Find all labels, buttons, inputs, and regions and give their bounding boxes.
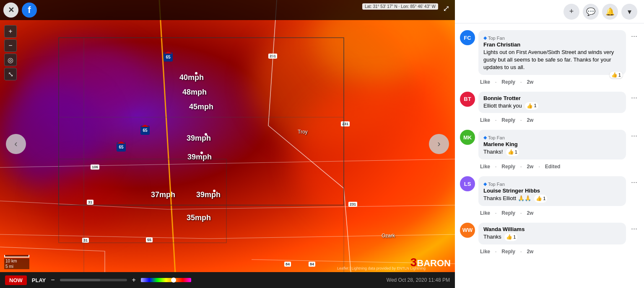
reply-action[interactable]: Reply bbox=[501, 210, 515, 216]
collapse-button[interactable]: ⤡ bbox=[4, 68, 17, 80]
like-action[interactable]: Like bbox=[480, 117, 490, 123]
comment-content: Bonnie Trotter Elliott thank you 👍 1 Lik… bbox=[478, 92, 626, 123]
fb-messenger-button[interactable]: 💬 bbox=[583, 4, 599, 20]
more-button[interactable]: ··· bbox=[629, 178, 639, 187]
like-emoji: 👍 bbox=[536, 195, 542, 202]
top-fan-label: Top Fan bbox=[488, 182, 505, 187]
reply-action[interactable]: Reply bbox=[501, 79, 515, 85]
like-reaction-inline: 👍 1 bbox=[534, 195, 547, 203]
comment-item: FC ◆ Top Fan Fran Christian Lights out o… bbox=[455, 27, 644, 88]
comment-bubble: ◆ Top Fan Louise Stringer Hibbs Thanks E… bbox=[478, 176, 626, 206]
time-action: 2w bbox=[527, 79, 533, 85]
like-emoji: 👍 bbox=[611, 72, 618, 78]
avatar: FC bbox=[460, 30, 475, 45]
like-count: 1 bbox=[618, 72, 621, 77]
fb-notifications-button[interactable]: 🔔 bbox=[602, 4, 618, 20]
map-attribution: Leaflet | Lightning data provided by ENT… bbox=[337, 266, 426, 270]
comment-author[interactable]: Fran Christian bbox=[483, 41, 621, 48]
comment-author[interactable]: Marlene King bbox=[483, 141, 621, 147]
comments-list: FC ◆ Top Fan Fran Christian Lights out o… bbox=[455, 23, 644, 288]
more-button[interactable]: ··· bbox=[629, 32, 639, 41]
comment-bubble: Wanda Williams Thanks 👍 1 bbox=[478, 223, 626, 244]
comment-author[interactable]: Louise Stringer Hibbs bbox=[483, 188, 621, 194]
color-bar bbox=[141, 278, 191, 282]
nav-right-button[interactable]: › bbox=[429, 134, 449, 154]
comment-actions: Like · Reply · 2w bbox=[478, 79, 626, 85]
map-bottombar: NOW PLAY − + Wed Oct 28, 2020 11:48 PM bbox=[0, 272, 455, 288]
time-action: 2w bbox=[527, 117, 533, 123]
comment-author[interactable]: Bonnie Trotter bbox=[483, 95, 621, 101]
like-emoji: 👍 bbox=[508, 149, 514, 156]
play-button[interactable]: PLAY bbox=[32, 277, 46, 283]
like-action[interactable]: Like bbox=[480, 210, 490, 216]
comment-text: Thanks! 👍 1 bbox=[483, 148, 621, 156]
like-reaction-inline: 👍 1 bbox=[525, 102, 538, 110]
nav-left-button[interactable]: ‹ bbox=[6, 134, 26, 154]
fb-add-button[interactable]: + bbox=[564, 4, 579, 20]
timestamp: Wed Oct 28, 2020 11:48 PM bbox=[387, 277, 450, 283]
comment-actions: Like · Reply · 2w bbox=[478, 249, 626, 255]
timeline-fill bbox=[60, 279, 100, 281]
coordinates-badge: Lat: 31° 53' 17" N · Lon: 85° 46' 43" W bbox=[362, 3, 438, 10]
comment-content: ◆ Top Fan Fran Christian Lights out on F… bbox=[478, 30, 626, 85]
reply-action[interactable]: Reply bbox=[501, 249, 515, 255]
fb-account-button[interactable]: ▾ bbox=[621, 4, 637, 20]
avatar: BT bbox=[460, 92, 475, 107]
location-button[interactable]: ◎ bbox=[4, 54, 17, 66]
map-controls: + − ◎ ⤡ bbox=[4, 25, 17, 80]
top-fan-label: Top Fan bbox=[488, 36, 505, 41]
comment-actions: Like · Reply · 2w bbox=[478, 117, 626, 123]
more-button[interactable]: ··· bbox=[629, 131, 639, 140]
top-fan-badge: ◆ Top Fan bbox=[483, 135, 505, 140]
comment-actions: Like · Reply · 2w bbox=[478, 210, 626, 216]
more-button[interactable]: ··· bbox=[629, 93, 639, 102]
top-fan-badge: ◆ Top Fan bbox=[483, 35, 505, 41]
more-button[interactable]: ··· bbox=[629, 224, 639, 233]
close-button[interactable]: ✕ bbox=[3, 3, 18, 18]
comment-bubble: ◆ Top Fan Fran Christian Lights out on F… bbox=[478, 30, 626, 75]
like-action[interactable]: Like bbox=[480, 249, 490, 255]
timeline-plus-button[interactable]: + bbox=[132, 276, 136, 284]
comment-author[interactable]: Wanda Williams bbox=[483, 226, 621, 232]
top-fan-badge: ◆ Top Fan bbox=[483, 181, 505, 187]
avatar: WW bbox=[460, 223, 475, 238]
diamond-icon: ◆ bbox=[483, 135, 487, 140]
like-action[interactable]: Like bbox=[480, 79, 490, 85]
avatar: LS bbox=[460, 176, 475, 191]
facebook-logo: f bbox=[22, 3, 37, 18]
zoom-in-button[interactable]: + bbox=[4, 25, 17, 38]
comment-actions: Like · Reply · 2w · Edited bbox=[478, 164, 626, 170]
like-count: 1 bbox=[543, 195, 545, 202]
like-reaction: 👍 1 bbox=[610, 72, 623, 78]
comment-text: Elliott thank you 👍 1 bbox=[483, 102, 621, 110]
like-emoji: 👍 bbox=[506, 234, 512, 241]
comment-item: WW Wanda Williams Thanks 👍 1 Like · Repl… bbox=[455, 219, 644, 258]
comment-text: Lights out on First Avenue/Sixth Street … bbox=[483, 49, 621, 72]
map-scale: 10 km 5 mi bbox=[4, 255, 29, 269]
like-count: 1 bbox=[513, 234, 516, 240]
expand-icon[interactable]: ⤢ bbox=[443, 3, 450, 13]
map-topbar: ✕ f Lat: 31° 53' 17" N · Lon: 85° 46' 43… bbox=[0, 0, 455, 20]
reply-action[interactable]: Reply bbox=[501, 117, 515, 123]
comment-bubble: Bonnie Trotter Elliott thank you 👍 1 bbox=[478, 92, 626, 113]
time-action: 2w bbox=[527, 210, 533, 216]
like-count: 1 bbox=[534, 103, 536, 109]
like-count: 1 bbox=[515, 149, 517, 155]
diamond-icon: ◆ bbox=[483, 181, 487, 187]
diamond-icon: ◆ bbox=[483, 35, 487, 41]
zoom-out-button[interactable]: − bbox=[4, 39, 17, 52]
reply-action[interactable]: Reply bbox=[501, 164, 515, 170]
like-reaction-inline: 👍 1 bbox=[506, 148, 519, 156]
like-action[interactable]: Like bbox=[480, 164, 490, 170]
comment-content: ◆ Top Fan Louise Stringer Hibbs Thanks E… bbox=[478, 176, 626, 216]
timeline-track[interactable] bbox=[60, 279, 127, 281]
top-fan-label: Top Fan bbox=[488, 135, 505, 140]
avatar: MK bbox=[460, 130, 475, 145]
comment-content: Wanda Williams Thanks 👍 1 Like · Reply ·… bbox=[478, 223, 626, 255]
time-action: 2w bbox=[527, 249, 533, 255]
color-bar-container bbox=[141, 278, 191, 282]
color-slider[interactable] bbox=[171, 278, 176, 283]
now-button[interactable]: NOW bbox=[5, 275, 27, 285]
timeline-minus-button[interactable]: − bbox=[51, 276, 55, 284]
facebook-topbar: + 💬 🔔 ▾ bbox=[455, 0, 644, 23]
